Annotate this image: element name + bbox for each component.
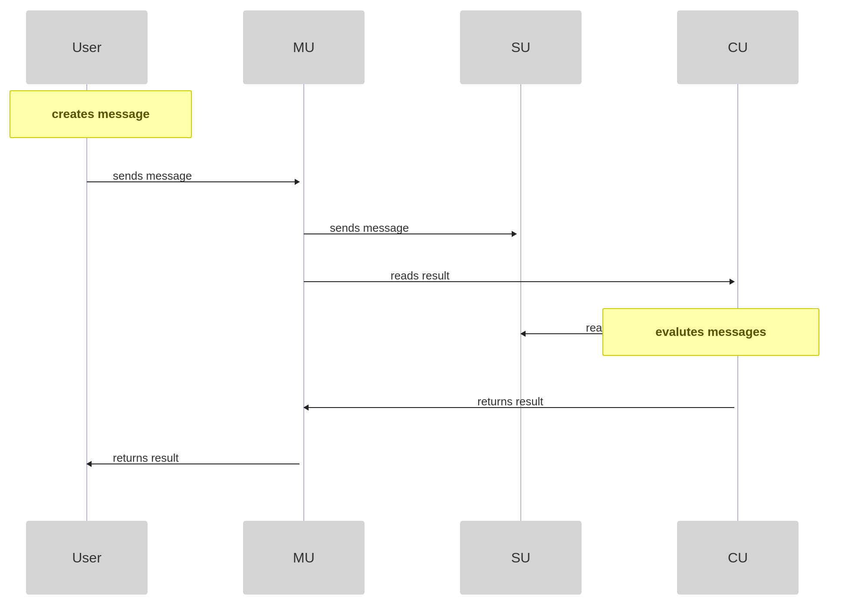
arrow-sends-message-2: sends message [304,226,516,243]
actor-user-bottom: User [26,521,148,595]
actor-user-top: User [26,10,148,84]
note-evaluates-messages: evalutes messages [602,308,819,356]
actor-mu-top: MU [243,10,365,84]
sequence-diagram: User MU SU CU User MU SU CU creates mess… [0,0,868,605]
lifeline-mu [303,84,304,521]
actor-cu-bottom: CU [677,521,799,595]
note-creates-message: creates message [10,90,192,138]
lifeline-cu [737,84,738,521]
actor-cu-top: CU [677,10,799,84]
actor-mu-bottom: MU [243,521,365,595]
arrow-returns-result-1: returns result [304,399,734,417]
arrow-reads-result: reads result [304,273,734,291]
arrow-returns-result-2: returns result [87,456,299,473]
actor-su-top: SU [460,10,582,84]
arrow-sends-message-1: sends message [87,174,299,191]
actor-su-bottom: SU [460,521,582,595]
lifeline-su [520,84,521,521]
